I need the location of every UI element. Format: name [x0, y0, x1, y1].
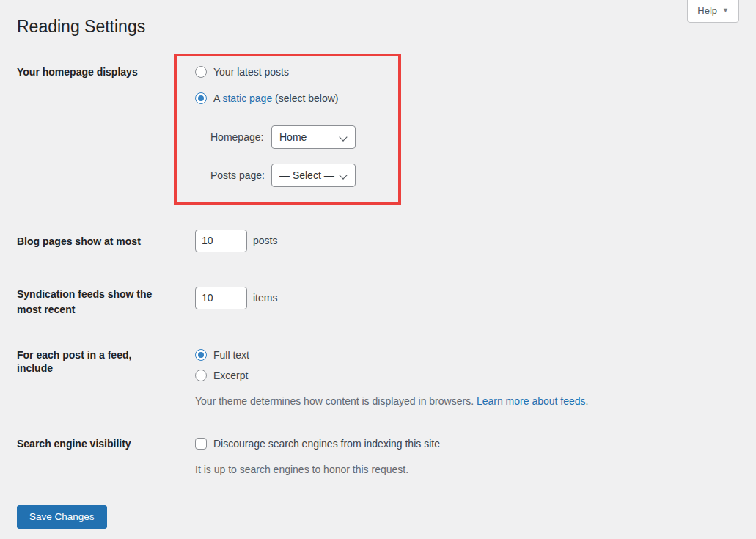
- chevron-down-icon: [339, 171, 347, 179]
- blog-pages-input[interactable]: [195, 230, 247, 252]
- discourage-indexing-checkbox[interactable]: [195, 438, 207, 450]
- homepage-select-row: Homepage: Home: [195, 125, 739, 149]
- blog-pages-label: Blog pages show at most: [17, 230, 167, 248]
- latest-posts-radio[interactable]: [195, 66, 207, 78]
- full-text-radio[interactable]: [195, 349, 207, 361]
- full-text-option[interactable]: Full text: [195, 348, 739, 362]
- static-page-option-label[interactable]: A static page (select below): [213, 92, 338, 105]
- learn-more-feeds-link[interactable]: Learn more about feeds: [477, 395, 586, 407]
- row-syndication: Syndication feeds show the most recent i…: [17, 287, 739, 318]
- static-page-suffix: (select below): [272, 92, 338, 104]
- help-button[interactable]: Help ▼: [687, 0, 739, 23]
- blog-pages-unit: posts: [253, 235, 277, 246]
- discourage-indexing-label[interactable]: Discourage search engines from indexing …: [213, 437, 440, 450]
- syndication-label: Syndication feeds show the most recent: [17, 287, 167, 318]
- feed-description-text: Your theme determines how content is dis…: [195, 395, 477, 407]
- latest-posts-option[interactable]: Your latest posts: [195, 65, 739, 78]
- feed-description: Your theme determines how content is dis…: [195, 395, 739, 408]
- discourage-indexing-option[interactable]: Discourage search engines from indexing …: [195, 437, 739, 450]
- row-search-visibility: Search engine visibility Discourage sear…: [17, 437, 739, 476]
- search-visibility-label: Search engine visibility: [17, 437, 167, 450]
- posts-page-select-value: — Select —: [279, 169, 334, 181]
- syndication-unit: items: [253, 292, 277, 304]
- save-changes-button[interactable]: Save Changes: [17, 505, 107, 529]
- page-title: Reading Settings: [17, 16, 756, 38]
- homepage-select-label: Homepage:: [210, 131, 266, 143]
- feed-content-fieldset: Full text Excerpt Your theme determines …: [195, 348, 739, 408]
- static-page-link[interactable]: static page: [222, 92, 272, 104]
- settings-form: Your homepage displays Your latest posts…: [17, 65, 739, 476]
- chevron-down-icon: ▼: [722, 7, 729, 14]
- latest-posts-option-label[interactable]: Your latest posts: [213, 65, 289, 78]
- feed-description-period: .: [586, 395, 589, 407]
- homepage-displays-label: Your homepage displays: [17, 65, 167, 78]
- syndication-input[interactable]: [195, 287, 247, 309]
- blog-pages-field: posts: [195, 230, 739, 252]
- homepage-displays-fieldset: Your latest posts A static page (select …: [195, 65, 739, 187]
- search-visibility-description: It is up to search engines to honor this…: [195, 463, 739, 476]
- posts-page-select-label: Posts page:: [210, 169, 266, 181]
- syndication-field: items: [195, 287, 739, 309]
- full-text-option-label[interactable]: Full text: [213, 348, 249, 362]
- static-page-option[interactable]: A static page (select below): [195, 92, 739, 105]
- excerpt-option[interactable]: Excerpt: [195, 369, 739, 382]
- feed-content-label: For each post in a feed, include: [17, 348, 167, 375]
- homepage-select-value: Home: [279, 131, 307, 143]
- help-button-label: Help: [697, 5, 717, 16]
- posts-page-select[interactable]: — Select —: [271, 164, 356, 187]
- static-page-radio[interactable]: [195, 92, 207, 104]
- static-page-prefix: A: [213, 92, 222, 104]
- excerpt-radio[interactable]: [195, 370, 207, 381]
- row-homepage-displays: Your homepage displays Your latest posts…: [17, 65, 739, 187]
- excerpt-option-label[interactable]: Excerpt: [213, 369, 248, 382]
- chevron-down-icon: [339, 133, 347, 141]
- row-feed-content: For each post in a feed, include Full te…: [17, 348, 739, 408]
- search-visibility-fieldset: Discourage search engines from indexing …: [195, 437, 739, 476]
- row-blog-pages: Blog pages show at most posts: [17, 230, 739, 252]
- posts-page-select-row: Posts page: — Select —: [195, 164, 739, 187]
- reading-settings-page: Help ▼ Reading Settings Your homepage di…: [0, 0, 756, 539]
- homepage-select[interactable]: Home: [271, 125, 356, 149]
